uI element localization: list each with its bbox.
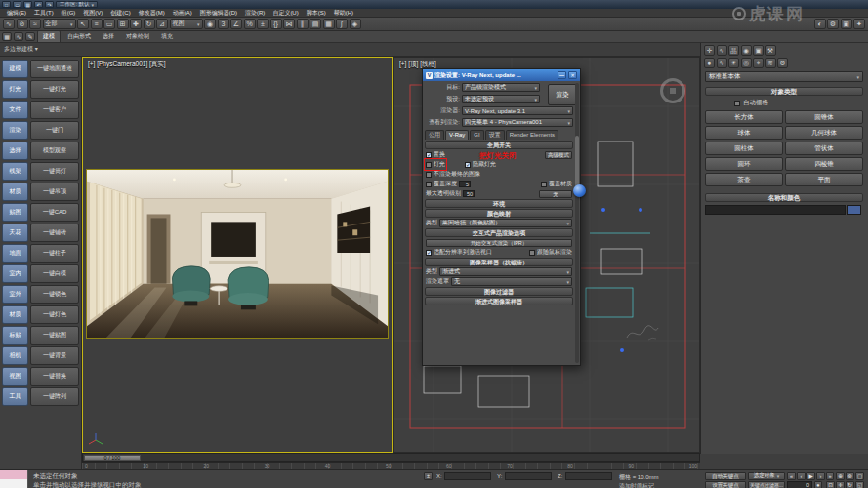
pan-icon[interactable]: ✛: [836, 481, 845, 488]
category-button[interactable]: 标贴: [2, 326, 28, 345]
dialog-title-bar[interactable]: 渲染设置: V-Ray Next, update ... — ✕: [423, 69, 580, 81]
zoom-extents-icon[interactable]: ▢: [855, 472, 864, 480]
color-mapping-type-dropdown[interactable]: 莱因哈德（颜色贴图）: [439, 219, 572, 227]
rollout-global-switches[interactable]: 全局开关: [425, 141, 573, 149]
add-time-tag[interactable]: 添加时间标记: [619, 482, 654, 488]
pyramid-button[interactable]: 四棱锥: [785, 157, 863, 171]
ribbon-tab-object-paint[interactable]: 对象绘制: [121, 31, 154, 42]
dialog-minimize-icon[interactable]: —: [558, 71, 566, 79]
override-depth-checkbox[interactable]: [426, 182, 432, 187]
menu-animation[interactable]: 动画(A): [169, 9, 196, 17]
max-transparency-field[interactable]: 50: [463, 190, 475, 197]
select-and-rotate-icon[interactable]: ↻: [144, 19, 155, 29]
orbit-icon[interactable]: ↻: [846, 481, 854, 488]
onekey-button[interactable]: 一键柱子: [30, 244, 79, 263]
redo-icon[interactable]: ↷: [45, 1, 54, 8]
zoom-all-icon[interactable]: ⊛: [846, 472, 854, 480]
category-button[interactable]: 文件: [2, 101, 28, 119]
save-file-icon[interactable]: ▦: [23, 1, 32, 8]
onekey-button[interactable]: 一键灯光: [30, 80, 79, 99]
menu-views[interactable]: 视图(V): [79, 9, 106, 17]
hidden-lights-checkbox[interactable]: [465, 162, 471, 168]
open-file-icon[interactable]: ▭: [13, 1, 21, 8]
render-setup-icon[interactable]: ⚙: [827, 19, 839, 29]
key-filters-button[interactable]: 关键点过滤器...: [748, 481, 785, 488]
utilities-tab-icon[interactable]: ⚒: [765, 45, 776, 56]
cone-button[interactable]: 圆锥体: [785, 110, 863, 124]
paint-select-icon[interactable]: ✎: [25, 32, 35, 41]
select-and-move-icon[interactable]: ✚: [130, 19, 142, 29]
onekey-button[interactable]: 一键锁色: [30, 285, 79, 304]
snaps-toggle-icon[interactable]: 3: [218, 19, 229, 29]
dont-render-final-checkbox[interactable]: [426, 172, 432, 178]
displacement-checkbox[interactable]: [426, 152, 432, 158]
tab-vray[interactable]: V-Ray: [445, 130, 469, 140]
onekey-button[interactable]: 一键吊顶: [30, 183, 79, 201]
select-and-link-icon[interactable]: ∿: [3, 19, 15, 29]
graphite-ribbon-icon[interactable]: ▦: [323, 19, 335, 29]
category-button[interactable]: 渲染: [2, 121, 28, 140]
next-frame-icon[interactable]: ›: [816, 472, 825, 480]
systems-category-icon[interactable]: ⚙: [777, 58, 788, 68]
spinner-snap-icon[interactable]: ±: [257, 19, 269, 29]
camera-viewport[interactable]: [+] [PhysCamera001] [真实]: [82, 57, 393, 453]
category-button[interactable]: 线架: [2, 162, 28, 181]
menu-create[interactable]: 创建(C): [106, 9, 134, 17]
maxscript-mini-listener-macro[interactable]: [0, 470, 28, 479]
schematic-view-icon[interactable]: ◈: [350, 19, 361, 29]
category-button[interactable]: 灯光: [2, 80, 28, 99]
menu-tools[interactable]: 工具(T): [30, 9, 58, 17]
cameras-category-icon[interactable]: ◎: [741, 58, 752, 68]
menu-help[interactable]: 帮助(H): [330, 9, 357, 17]
shapes-category-icon[interactable]: ∿: [717, 58, 727, 68]
workspace-dropdown[interactable]: 工作区: 默认: [56, 1, 98, 8]
rendered-frame-window-icon[interactable]: ▣: [841, 19, 852, 29]
use-pivot-point-icon[interactable]: ◉: [204, 19, 216, 29]
category-button[interactable]: 建模: [2, 60, 28, 78]
layer-manager-icon[interactable]: ▤: [310, 19, 321, 29]
override-material-checkbox[interactable]: [541, 182, 547, 187]
preset-dropdown[interactable]: 未选定预设: [462, 95, 540, 103]
plane-button[interactable]: 平面: [785, 173, 863, 186]
rectangular-selection-icon[interactable]: ▭: [103, 19, 115, 29]
onekey-button[interactable]: 一键地面通道: [30, 60, 79, 78]
target-dropdown[interactable]: 产品级渲染模式: [462, 83, 540, 92]
selected-filter-dropdown[interactable]: 选定对象: [748, 472, 785, 480]
modify-tab-icon[interactable]: ∿: [717, 45, 727, 56]
onekey-button[interactable]: 一键背景: [30, 346, 79, 365]
advanced-mode-button[interactable]: 高级模式: [545, 151, 572, 159]
rollout-color-mapping[interactable]: 颜色映射: [425, 209, 573, 218]
menu-graph-editors[interactable]: 图形编辑器(D): [196, 9, 241, 17]
rollout-image-sampler[interactable]: 图像采样器（抗锯齿）: [425, 258, 573, 266]
menu-group[interactable]: 组(G): [58, 9, 80, 17]
follow-mouse-checkbox[interactable]: [529, 250, 535, 256]
x-coordinate-field[interactable]: [444, 472, 491, 480]
category-button[interactable]: 贴图: [2, 203, 28, 222]
onekey-button[interactable]: 一键CAD: [30, 203, 79, 222]
menu-edit[interactable]: 编辑(E): [3, 9, 30, 17]
align-icon[interactable]: ∥: [297, 19, 309, 29]
tab-gi[interactable]: GI: [470, 130, 483, 140]
menu-customize[interactable]: 自定义(U): [269, 9, 302, 17]
app-logo-icon[interactable]: □: [2, 1, 11, 8]
selection-filter-dropdown[interactable]: 全部: [43, 19, 76, 29]
time-slider[interactable]: 0 / 100: [82, 453, 700, 462]
unlink-selection-icon[interactable]: ⊘: [17, 19, 28, 29]
category-button[interactable]: 材质: [2, 183, 28, 201]
menu-rendering[interactable]: 渲染(R): [241, 9, 269, 17]
ribbon-tab-modeling[interactable]: 建模: [37, 30, 61, 42]
sampler-type-dropdown[interactable]: 渐进式: [439, 267, 572, 276]
reference-coordinate-dropdown[interactable]: 视图: [170, 19, 203, 29]
autogrid-checkbox[interactable]: [734, 101, 740, 106]
undo-icon[interactable]: ↶: [34, 1, 43, 8]
onekey-button[interactable]: 一键门: [30, 121, 79, 140]
ribbon-tab-selection[interactable]: 选择: [98, 31, 119, 42]
box-button[interactable]: 长方体: [705, 110, 783, 124]
percent-snap-icon[interactable]: %: [244, 19, 256, 29]
category-button[interactable]: 相机: [2, 346, 28, 365]
onekey-button[interactable]: 模型观察: [30, 142, 79, 160]
category-button[interactable]: 地面: [2, 244, 28, 263]
menu-modifiers[interactable]: 修改器(M): [135, 9, 169, 17]
rollout-name-color[interactable]: 名称和颜色: [705, 193, 863, 202]
ribbon-panel-polygon-modeling[interactable]: 多边形建模 ▾: [4, 45, 38, 54]
